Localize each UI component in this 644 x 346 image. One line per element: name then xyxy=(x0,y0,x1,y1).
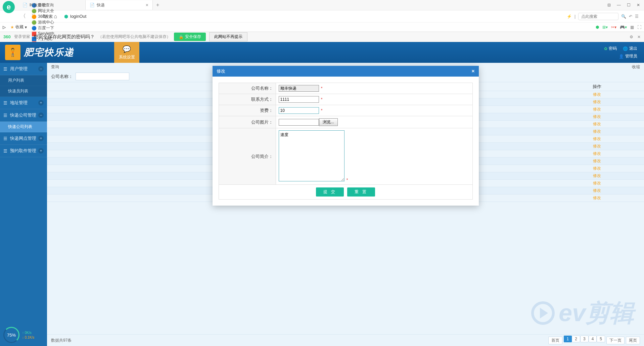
page-last-button[interactable]: 尾页 xyxy=(626,337,640,344)
minimize-icon[interactable]: — xyxy=(617,3,621,7)
sidebar-group[interactable]: ☰快递网点管理+ xyxy=(0,132,47,145)
scissors-icon[interactable]: ✂▾ xyxy=(611,25,616,30)
gear-icon[interactable]: ⚙ xyxy=(630,35,633,39)
sidebar-item[interactable]: 快递员列表 xyxy=(0,86,47,97)
edit-link[interactable]: 修改 xyxy=(550,92,644,97)
sidebar-group[interactable]: ☰预约取件管理+ xyxy=(0,145,47,157)
sidebar-group[interactable]: ☰地址管理+ xyxy=(0,97,47,109)
sidebar-item[interactable]: 用户列表 xyxy=(0,75,47,86)
page-number-button[interactable]: 1 xyxy=(564,336,572,342)
address-input[interactable]: ⬢ loginOut xyxy=(61,12,565,21)
close-icon[interactable]: ✕ xyxy=(637,35,641,39)
close-window-icon[interactable]: ✕ xyxy=(637,3,640,7)
edit-link[interactable]: 修改 xyxy=(550,180,644,186)
gear-icon: ✿ xyxy=(604,46,607,51)
tab-timing-fee[interactable]: 📄 时效费用查询 xyxy=(18,0,86,10)
collapse-button[interactable]: 收缩 xyxy=(632,64,640,70)
browse-button[interactable]: 浏览... xyxy=(319,118,338,126)
toggle-icon[interactable]: + xyxy=(38,148,44,154)
toggle-icon[interactable]: − xyxy=(38,66,44,72)
modal-close-button[interactable]: ✕ xyxy=(471,69,475,74)
intro-field[interactable] xyxy=(279,130,344,181)
menu-icon[interactable]: ☰ xyxy=(635,14,639,19)
company-name-input[interactable] xyxy=(76,73,129,80)
shield-icon: ⬢ xyxy=(64,14,68,19)
logout-button[interactable]: 🌐退出 xyxy=(623,46,637,51)
bookmark-item[interactable]: 🟢游戏中心 xyxy=(32,19,54,25)
edit-link[interactable]: 修改 xyxy=(550,121,644,127)
shield-green-icon[interactable]: ⬢ xyxy=(596,25,599,30)
system-settings-button[interactable]: 💬 系统设置 xyxy=(114,42,139,63)
edit-link[interactable]: 修改 xyxy=(550,114,644,120)
edit-link[interactable]: 修改 xyxy=(550,129,644,134)
edit-link[interactable]: 修改 xyxy=(550,106,644,112)
sidebar-group[interactable]: ☰用户管理− xyxy=(0,63,47,75)
required-mark: * xyxy=(347,177,348,182)
toggle-icon[interactable]: + xyxy=(38,136,44,141)
main-tab-label: 查询 xyxy=(51,64,59,70)
gamepad-icon[interactable]: 🎮▾ xyxy=(620,25,627,30)
pw-question: 想安全保存此网页的密码吗？ xyxy=(34,34,95,40)
bookmark-item[interactable]: 🟠360搜索 xyxy=(32,14,54,19)
list-icon: ☰ xyxy=(3,67,7,72)
sidebar-group[interactable]: ☰快递公司管理− xyxy=(0,109,47,122)
reset-button[interactable]: 重 置 xyxy=(347,187,375,197)
lock-icon: 🔒 xyxy=(179,35,184,39)
expand-icon[interactable]: ⛶ xyxy=(637,25,641,30)
upload-speed: 0K/s xyxy=(22,331,34,335)
total-count: 数据共97条 xyxy=(51,338,72,343)
search-icon[interactable]: 🔍 xyxy=(621,14,626,19)
page-number-button[interactable]: 5 xyxy=(597,336,605,342)
undo-icon[interactable]: ↶ xyxy=(629,14,632,19)
file-icon: 📄 xyxy=(22,3,28,7)
save-password-button[interactable]: 🔒安全保存 xyxy=(174,33,206,41)
bookmark-icon: 🟠 xyxy=(32,14,37,19)
tab-title: 时效费用查询 xyxy=(30,2,54,8)
toggle-icon[interactable]: + xyxy=(38,100,44,105)
lightning-icon[interactable]: ⚡ xyxy=(567,14,572,19)
maximize-icon[interactable]: ☐ xyxy=(627,3,631,7)
edit-link[interactable]: 修改 xyxy=(550,166,644,171)
image-path-field[interactable] xyxy=(279,119,319,126)
close-icon[interactable]: × xyxy=(146,2,148,8)
pw-logo: 360 xyxy=(3,34,11,39)
edit-link[interactable]: 修改 xyxy=(550,188,644,193)
contact-field[interactable] xyxy=(279,96,319,103)
sidebar-group-label: 地址管理 xyxy=(10,100,28,106)
bookmark-label: 游戏中心 xyxy=(38,19,54,25)
bookmark-item[interactable]: 🔵百度一下 xyxy=(32,25,54,31)
submit-button[interactable]: 提 交 xyxy=(316,187,344,197)
grid-icon[interactable]: ▦ xyxy=(630,25,634,30)
edit-link[interactable]: 修改 xyxy=(550,136,644,142)
edit-link[interactable]: 修改 xyxy=(550,99,644,105)
page-next-button[interactable]: 下一页 xyxy=(606,337,625,344)
back-button[interactable]: 〈 xyxy=(18,12,28,21)
edit-link[interactable]: 修改 xyxy=(550,173,644,179)
edit-link[interactable]: 修改 xyxy=(550,195,644,201)
download-speed: 0.1K/s xyxy=(22,336,34,339)
chevron-down-icon: ▾ xyxy=(25,25,27,30)
edit-link[interactable]: 修改 xyxy=(550,158,644,164)
favorites-button[interactable]: ★收藏 ▾ xyxy=(10,24,27,30)
ext-icon[interactable]: ⊞▾ xyxy=(602,25,608,30)
required-mark: * xyxy=(321,86,323,91)
dismiss-password-button[interactable]: 此网站不再提示 xyxy=(209,32,247,41)
page-number-button[interactable]: 3 xyxy=(580,336,589,342)
tab-express[interactable]: 📄 快递 × xyxy=(86,0,153,10)
search-input[interactable] xyxy=(578,13,618,20)
chevron-right-icon[interactable]: ▷ xyxy=(3,25,6,30)
page-number-button[interactable]: 4 xyxy=(589,336,597,342)
toggle-icon[interactable]: − xyxy=(38,113,44,118)
menu-icon[interactable]: ⊟ xyxy=(607,3,611,7)
company-name-field[interactable] xyxy=(279,85,319,92)
edit-link[interactable]: 修改 xyxy=(550,151,644,157)
bookmark-icon: 🟢 xyxy=(32,20,37,25)
new-tab-button[interactable]: + xyxy=(153,2,163,8)
change-password-button[interactable]: ✿密码 xyxy=(604,46,617,51)
edit-link[interactable]: 修改 xyxy=(550,143,644,149)
page-first-button[interactable]: 首页 xyxy=(548,337,562,344)
divider: | xyxy=(574,14,576,19)
fee-field[interactable] xyxy=(279,107,319,114)
sidebar-item[interactable]: 快递公司列表 xyxy=(0,122,47,132)
page-number-button[interactable]: 2 xyxy=(572,336,580,342)
